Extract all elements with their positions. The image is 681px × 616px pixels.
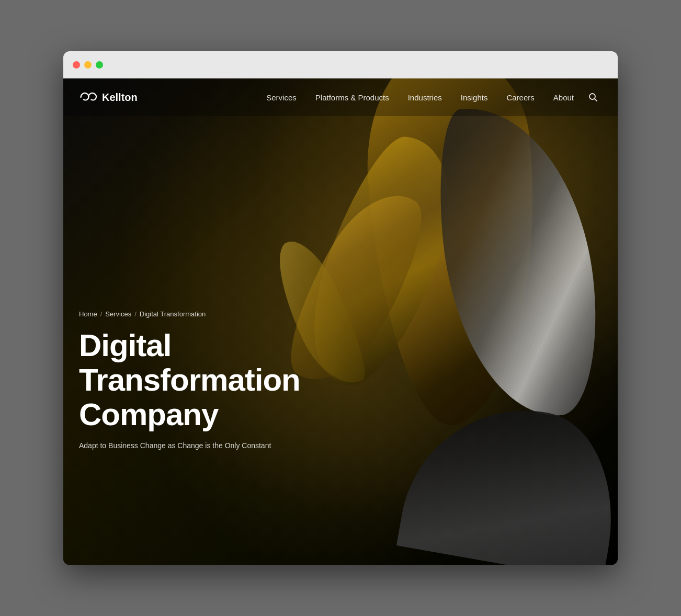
breadcrumb: Home / Services / Digital Transformation [79,310,372,318]
breadcrumb-services[interactable]: Services [105,310,131,318]
close-button[interactable] [73,61,80,69]
hero-title: Digital Transformation Company [79,328,372,432]
breadcrumb-sep-2: / [134,310,137,318]
search-button[interactable] [584,88,602,106]
hero-section: Kellton Services Platforms & Products In… [63,78,618,565]
hero-content: Home / Services / Digital Transformation… [79,310,372,450]
nav-careers[interactable]: Careers [498,89,542,106]
search-icon [588,93,598,102]
navbar: Kellton Services Platforms & Products In… [63,78,618,116]
sculpture-shape-6 [396,391,618,565]
maximize-button[interactable] [96,61,103,69]
nav-industries[interactable]: Industries [400,89,450,106]
hero-subtitle: Adapt to Business Change as Change is th… [79,441,372,450]
nav-platforms-products[interactable]: Platforms & Products [307,89,398,106]
nav-services[interactable]: Services [258,89,305,106]
hero-title-line1: Digital Transformation [79,328,300,397]
breadcrumb-sep-1: / [100,310,103,318]
logo-icon [79,91,98,104]
breadcrumb-home[interactable]: Home [79,310,97,318]
nav-links: Services Platforms & Products Industries… [258,88,602,106]
logo[interactable]: Kellton [79,91,138,104]
nav-about[interactable]: About [545,89,582,106]
nav-insights[interactable]: Insights [452,89,496,106]
svg-line-1 [595,99,597,101]
browser-chrome [63,51,618,78]
logo-text: Kellton [102,92,138,104]
hero-title-line2: Company [79,397,218,432]
browser-window: Kellton Services Platforms & Products In… [63,51,618,565]
minimize-button[interactable] [84,61,92,69]
breadcrumb-current: Digital Transformation [140,310,206,318]
browser-content: Kellton Services Platforms & Products In… [63,78,618,565]
